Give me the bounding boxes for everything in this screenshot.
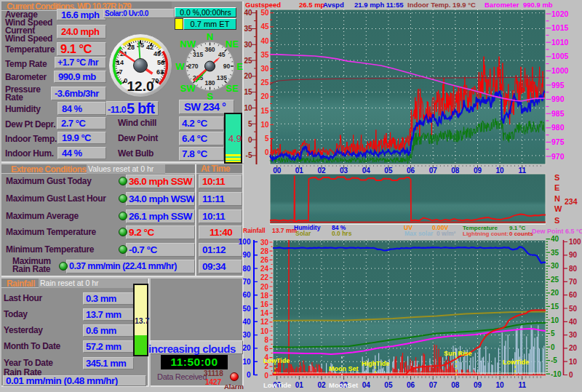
- svg-text:5: 5: [551, 329, 555, 337]
- svg-text:08: 08: [451, 381, 460, 389]
- svg-text:10: 10: [496, 381, 505, 389]
- svg-text:30: 30: [551, 262, 559, 270]
- svg-text:1015: 1015: [551, 23, 569, 32]
- svg-text:40: 40: [244, 9, 252, 17]
- svg-text:0 counts: 0 counts: [509, 231, 533, 237]
- svg-text:10: 10: [242, 358, 251, 366]
- svg-text:6.5 °C: 6.5 °C: [565, 228, 582, 235]
- svg-text:20: 20: [260, 92, 269, 100]
- svg-text:20: 20: [242, 344, 251, 352]
- svg-text:1000: 1000: [551, 66, 569, 75]
- svg-text:90: 90: [569, 251, 578, 259]
- svg-text:100: 100: [569, 238, 581, 246]
- svg-text:30: 30: [260, 239, 269, 247]
- svg-text:03: 03: [340, 167, 348, 175]
- svg-text:10: 10: [569, 358, 578, 366]
- svg-text:40: 40: [242, 318, 251, 326]
- svg-text:40: 40: [260, 37, 269, 45]
- svg-text:Moon Set: Moon Set: [329, 365, 359, 372]
- svg-text:975: 975: [551, 137, 565, 146]
- svg-text:04: 04: [362, 381, 371, 389]
- svg-text:70: 70: [569, 278, 578, 286]
- svg-text:0: 0: [247, 371, 251, 379]
- svg-text:Dew Point: Dew Point: [532, 228, 564, 235]
- svg-text:-5: -5: [551, 356, 557, 364]
- svg-text:60: 60: [242, 291, 251, 299]
- svg-text:Solar: Solar: [295, 230, 311, 237]
- svg-text:06: 06: [407, 167, 415, 175]
- svg-text:28: 28: [260, 247, 269, 255]
- svg-text:25: 25: [260, 79, 269, 87]
- svg-text:8: 8: [264, 336, 268, 344]
- svg-text:35: 35: [551, 249, 559, 257]
- svg-text:09: 09: [474, 381, 482, 389]
- svg-text:26.5 mp: 26.5 mp: [299, 1, 325, 9]
- svg-text:09: 09: [474, 167, 482, 175]
- svg-text:00: 00: [273, 167, 282, 175]
- svg-text:Max solar: Max solar: [404, 230, 434, 237]
- svg-text:10: 10: [260, 121, 269, 129]
- svg-text:70: 70: [242, 278, 251, 286]
- svg-text:20: 20: [569, 344, 578, 352]
- svg-text:05: 05: [384, 167, 393, 175]
- svg-text:S: S: [554, 216, 559, 225]
- svg-text:01: 01: [295, 167, 304, 175]
- svg-text:40: 40: [551, 235, 559, 243]
- svg-text:-10: -10: [551, 370, 562, 378]
- svg-text:22: 22: [260, 273, 269, 281]
- svg-text:24: 24: [260, 265, 269, 273]
- svg-text:14: 14: [260, 309, 269, 317]
- svg-text:07: 07: [429, 167, 438, 175]
- svg-text:35: 35: [244, 25, 252, 33]
- svg-text:80: 80: [242, 265, 251, 273]
- svg-text:40: 40: [569, 318, 578, 326]
- svg-text:995: 995: [551, 81, 565, 89]
- svg-text:Gustspeed: Gustspeed: [245, 1, 281, 9]
- svg-text:30: 30: [260, 65, 269, 73]
- svg-text:Barometer: Barometer: [485, 1, 519, 9]
- svg-text:21.9 mph 11:55: 21.9 mph 11:55: [354, 1, 404, 9]
- svg-text:11: 11: [518, 167, 526, 175]
- svg-text:LowTide: LowTide: [263, 381, 291, 389]
- svg-text:90: 90: [242, 251, 251, 259]
- svg-text:0: 0: [248, 136, 252, 144]
- svg-text:02: 02: [317, 167, 326, 175]
- svg-text:01: 01: [295, 381, 304, 389]
- svg-text:15: 15: [260, 107, 269, 115]
- svg-text:07: 07: [429, 381, 438, 389]
- svg-text:0: 0: [264, 372, 268, 380]
- svg-text:-5: -5: [246, 151, 252, 159]
- svg-text:08: 08: [451, 167, 460, 175]
- svg-text:30: 30: [242, 331, 251, 339]
- svg-text:MoonSet: MoonSet: [329, 381, 359, 389]
- svg-text:S: S: [554, 173, 559, 182]
- svg-text:5: 5: [248, 120, 252, 128]
- svg-text:16: 16: [260, 300, 269, 308]
- svg-text:05: 05: [384, 381, 393, 389]
- svg-text:50: 50: [242, 305, 251, 313]
- svg-text:Indoor Temp. 19.9 °C: Indoor Temp. 19.9 °C: [407, 1, 476, 9]
- svg-text:10: 10: [260, 327, 269, 335]
- svg-text:LowTide: LowTide: [503, 359, 529, 366]
- svg-text:20: 20: [551, 289, 559, 297]
- svg-text:30: 30: [244, 41, 252, 49]
- svg-text:234: 234: [565, 197, 578, 206]
- svg-text:990: 990: [551, 95, 565, 103]
- svg-text:0: 0: [551, 343, 555, 351]
- svg-text:Lightning count:: Lightning count:: [463, 231, 509, 237]
- svg-text:970: 970: [551, 152, 565, 161]
- svg-text:10: 10: [244, 104, 252, 112]
- svg-text:25: 25: [244, 57, 252, 65]
- svg-text:990.9 mb: 990.9 mb: [523, 1, 553, 9]
- svg-text:15: 15: [244, 88, 252, 96]
- svg-text:1010: 1010: [551, 38, 569, 47]
- svg-text:0: 0: [569, 371, 573, 379]
- svg-text:10: 10: [551, 316, 559, 324]
- svg-text:30: 30: [569, 331, 578, 339]
- svg-text:Avspd: Avspd: [323, 1, 344, 9]
- svg-text:80: 80: [569, 265, 578, 273]
- svg-text:45: 45: [260, 23, 269, 31]
- svg-text:06: 06: [407, 381, 415, 389]
- svg-text:0: 0: [265, 148, 269, 156]
- svg-text:W: W: [554, 204, 562, 213]
